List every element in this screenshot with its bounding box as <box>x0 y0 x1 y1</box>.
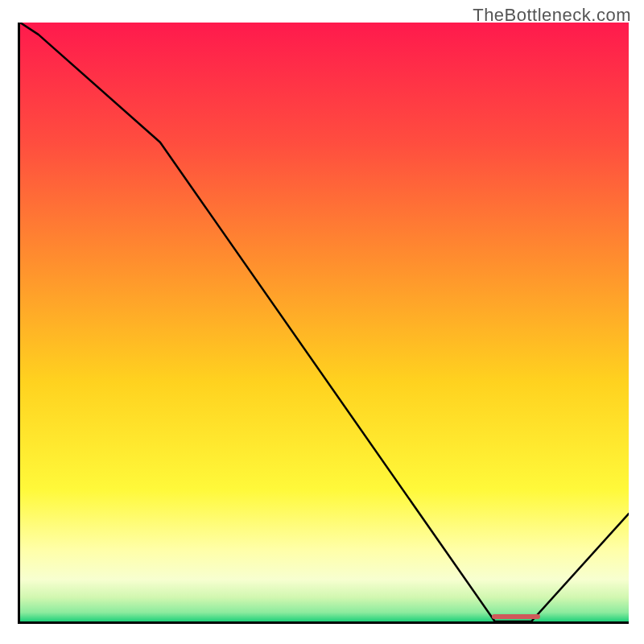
chart-container: TheBottleneck.com <box>0 0 644 644</box>
chart-line <box>20 23 629 621</box>
watermark-text: TheBottleneck.com <box>473 5 631 26</box>
highlight-marker <box>492 614 540 619</box>
chart-area <box>18 23 629 624</box>
